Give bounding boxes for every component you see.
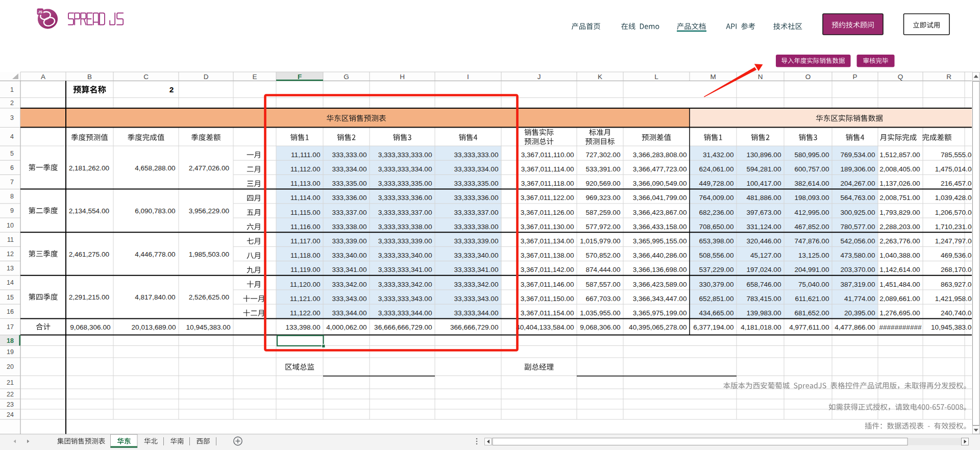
svg-text:333,342.00: 333,342.00 <box>332 281 366 288</box>
svg-text:204,267.00: 204,267.00 <box>840 180 875 187</box>
svg-text:11,117.00: 11,117.00 <box>290 237 321 245</box>
svg-text:333,333.00: 333,333.00 <box>332 151 366 159</box>
svg-text:11,119.00: 11,119.00 <box>290 266 321 273</box>
svg-text:3,366,423,589.00: 3,366,423,589.00 <box>633 281 687 288</box>
svg-text:24: 24 <box>7 411 14 418</box>
svg-text:7: 7 <box>10 179 14 186</box>
svg-text:3,333,333,342.00: 3,333,333,342.00 <box>378 281 432 288</box>
svg-text:33,333,333.00: 33,333,333.00 <box>454 151 499 159</box>
svg-text:1,247,797.00: 1,247,797.00 <box>935 237 976 245</box>
svg-text:21: 21 <box>7 379 14 386</box>
svg-text:33,333,335.00: 33,333,335.00 <box>454 180 499 187</box>
svg-text:331,124.00: 331,124.00 <box>746 223 781 231</box>
svg-text:469,536.00: 469,536.00 <box>941 252 975 259</box>
svg-text:727,302.00: 727,302.00 <box>585 151 620 159</box>
svg-text:3,333,333,339.00: 3,333,333,339.00 <box>378 237 432 245</box>
svg-text:3,365,995,155.00: 3,365,995,155.00 <box>633 237 687 245</box>
svg-text:3,366,423,867.00: 3,366,423,867.00 <box>633 209 687 216</box>
svg-text:3,333,333,333.00: 3,333,333,333.00 <box>378 151 432 159</box>
svg-text:100,417.00: 100,417.00 <box>746 180 781 187</box>
svg-text:11,115.00: 11,115.00 <box>290 209 321 216</box>
svg-text:3: 3 <box>10 114 14 121</box>
svg-text:R: R <box>946 73 951 81</box>
svg-text:780,577.00: 780,577.00 <box>840 223 875 231</box>
svg-text:3,367,011,154.00: 3,367,011,154.00 <box>521 309 574 317</box>
svg-text:O: O <box>805 73 811 81</box>
svg-text:1,276,695.00: 1,276,695.00 <box>879 309 920 317</box>
svg-text:11: 11 <box>7 236 14 243</box>
svg-text:1,015,979.00: 1,015,979.00 <box>580 237 621 245</box>
svg-text:2,291,215.00: 2,291,215.00 <box>69 293 110 301</box>
svg-text:240,740.00: 240,740.00 <box>941 309 975 317</box>
svg-text:H: H <box>400 73 405 81</box>
svg-text:467,852.00: 467,852.00 <box>794 223 829 231</box>
svg-text:11,116.00: 11,116.00 <box>290 223 321 231</box>
svg-text:3,956,229.00: 3,956,229.00 <box>189 207 230 215</box>
svg-text:G: G <box>344 73 349 81</box>
svg-text:681,652.00: 681,652.00 <box>794 309 829 317</box>
svg-text:20,013,689.00: 20,013,689.00 <box>132 323 176 331</box>
svg-text:18: 18 <box>7 337 14 344</box>
svg-text:580,995.00: 580,995.00 <box>794 151 829 159</box>
svg-text:8: 8 <box>10 193 14 200</box>
svg-text:11,111.00: 11,111.00 <box>291 151 321 159</box>
svg-text:20: 20 <box>7 363 14 370</box>
svg-text:23: 23 <box>7 401 14 408</box>
svg-text:14: 14 <box>7 279 14 286</box>
svg-text:3,366,477,723.00: 3,366,477,723.00 <box>633 165 687 173</box>
svg-text:397,673.00: 397,673.00 <box>746 209 781 216</box>
svg-text:6: 6 <box>10 164 14 171</box>
svg-text:11,120.00: 11,120.00 <box>290 281 321 288</box>
svg-text:15: 15 <box>7 294 14 301</box>
svg-text:268,170.00: 268,170.00 <box>941 266 975 273</box>
svg-text:969,323.00: 969,323.00 <box>585 194 620 202</box>
svg-text:L: L <box>654 73 658 81</box>
svg-text:N: N <box>758 73 763 81</box>
svg-text:1,710,231.00: 1,710,231.00 <box>935 223 976 231</box>
svg-text:2,008,751.00: 2,008,751.00 <box>879 194 920 202</box>
svg-text:3,366,440,286.00: 3,366,440,286.00 <box>633 252 687 259</box>
svg-text:333,339.00: 333,339.00 <box>332 237 366 245</box>
svg-text:41,774.00: 41,774.00 <box>844 295 875 303</box>
svg-text:333,340.00: 333,340.00 <box>332 252 366 259</box>
svg-text:920,569.00: 920,569.00 <box>585 180 620 187</box>
svg-text:537,229.00: 537,229.00 <box>699 266 733 273</box>
svg-text:33,333,339.00: 33,333,339.00 <box>454 237 499 245</box>
svg-text:708,650.00: 708,650.00 <box>699 223 733 231</box>
svg-text:330,379.00: 330,379.00 <box>699 281 733 288</box>
svg-text:9: 9 <box>10 207 14 214</box>
svg-text:10: 10 <box>7 222 14 229</box>
svg-text:682,236.00: 682,236.00 <box>699 209 733 216</box>
svg-text:570,852.00: 570,852.00 <box>585 252 620 259</box>
svg-text:594,281.00: 594,281.00 <box>746 165 781 173</box>
svg-text:33,333,340.00: 33,333,340.00 <box>454 252 499 259</box>
svg-text:3,367,011,134.00: 3,367,011,134.00 <box>521 237 574 245</box>
svg-text:9,068,306.00: 9,068,306.00 <box>580 323 621 331</box>
svg-text:3,367,011,118.00: 3,367,011,118.00 <box>521 180 574 187</box>
svg-text:33,333,336.00: 33,333,336.00 <box>454 194 499 202</box>
svg-text:31,432.00: 31,432.00 <box>703 151 734 159</box>
svg-text:12: 12 <box>7 251 14 258</box>
svg-text:3,367,011,138.00: 3,367,011,138.00 <box>521 252 574 259</box>
svg-text:874,444.00: 874,444.00 <box>585 266 620 273</box>
svg-text:Q: Q <box>898 73 903 81</box>
svg-text:3,367,011,130.00: 3,367,011,130.00 <box>521 223 574 231</box>
svg-text:33,333,342.00: 33,333,342.00 <box>454 281 499 288</box>
svg-text:11,114.00: 11,114.00 <box>290 194 321 202</box>
svg-text:2,134,554.00: 2,134,554.00 <box>69 207 110 215</box>
svg-text:3,333,333,340.00: 3,333,333,340.00 <box>378 252 432 259</box>
svg-text:333,337.00: 333,337.00 <box>332 209 366 216</box>
svg-text:D: D <box>204 73 209 81</box>
svg-text:I: I <box>467 73 469 81</box>
svg-text:2,477,026.00: 2,477,026.00 <box>189 164 230 172</box>
svg-text:1,451,484.00: 1,451,484.00 <box>879 281 920 288</box>
svg-text:320,446.00: 320,446.00 <box>746 237 781 245</box>
svg-text:F: F <box>298 73 302 81</box>
svg-text:4,977,611.00: 4,977,611.00 <box>789 323 829 331</box>
svg-text:9,068,306.00: 9,068,306.00 <box>70 323 111 331</box>
svg-text:3,333,333,337.00: 3,333,333,337.00 <box>378 209 432 216</box>
svg-text:198,093.00: 198,093.00 <box>794 194 829 202</box>
svg-text:783,415.00: 783,415.00 <box>746 295 781 303</box>
svg-text:533,391.00: 533,391.00 <box>585 165 620 173</box>
svg-text:1,421,958.00: 1,421,958.00 <box>935 295 976 303</box>
